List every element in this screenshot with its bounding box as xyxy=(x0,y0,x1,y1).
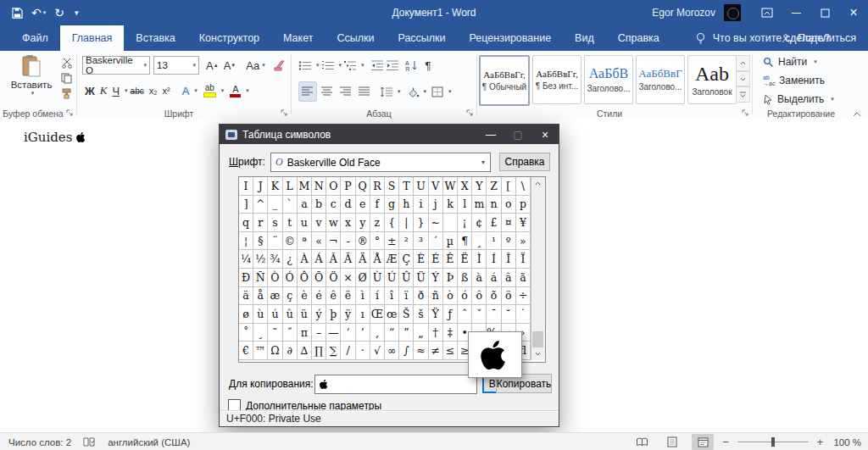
font-color-button[interactable]: А xyxy=(227,81,243,100)
char-cell[interactable]: ç xyxy=(283,287,298,306)
char-cell[interactable]: M xyxy=(298,177,312,196)
char-cell[interactable]: Ü xyxy=(414,269,428,287)
char-cell[interactable]: õ xyxy=(487,287,501,306)
grow-font-button[interactable]: А▲ xyxy=(203,56,221,75)
char-cell[interactable]: å xyxy=(253,287,268,306)
copy-chars-field[interactable] xyxy=(314,375,477,394)
char-cell[interactable]: q xyxy=(239,214,253,232)
char-cell[interactable]: ` xyxy=(283,196,298,214)
char-cell[interactable]: ø xyxy=(239,305,253,324)
underline-button[interactable]: Ч xyxy=(109,81,122,100)
char-cell[interactable]: ½ xyxy=(253,250,268,269)
char-cell[interactable]: ≠ xyxy=(429,342,443,360)
char-cell[interactable]: Ñ xyxy=(253,269,268,287)
char-cell[interactable]: ´ xyxy=(429,232,443,251)
increase-indent-icon[interactable] xyxy=(386,60,399,71)
customize-qat-icon[interactable]: ▾ xyxy=(75,8,79,17)
char-cell[interactable]: ß xyxy=(458,269,472,287)
char-cell[interactable]: é xyxy=(312,287,326,306)
strikethrough-button[interactable]: abc xyxy=(128,81,147,100)
char-cell[interactable]: Å xyxy=(370,250,385,269)
char-cell[interactable]: ° xyxy=(370,232,385,251)
char-cell[interactable]: b xyxy=(312,196,326,214)
char-cell[interactable]: Û xyxy=(399,269,414,287)
char-cell[interactable]: W xyxy=(443,177,458,196)
char-cell[interactable]: ³ xyxy=(414,232,428,251)
char-cell[interactable]: Þ xyxy=(443,269,458,287)
char-cell[interactable]: ú xyxy=(268,305,282,324)
paste-button[interactable]: Вставить ▾ xyxy=(7,54,56,107)
char-cell[interactable]: y xyxy=(356,214,370,232)
char-cell[interactable]: ∂ xyxy=(283,342,298,360)
char-cell[interactable]: T xyxy=(399,177,414,196)
char-cell[interactable]: Ô xyxy=(298,269,312,287)
char-cell[interactable]: U xyxy=(414,177,428,196)
char-cell[interactable]: ™ xyxy=(253,342,268,360)
char-cell[interactable]: ¦ xyxy=(239,232,253,251)
minimize-button[interactable] xyxy=(782,0,810,25)
char-cell[interactable]: ó xyxy=(458,287,472,306)
char-cell[interactable]: K xyxy=(268,177,282,196)
char-cell[interactable]: ë xyxy=(341,287,355,306)
char-cell[interactable]: ˚ xyxy=(239,324,253,342)
decrease-indent-icon[interactable] xyxy=(370,60,384,71)
close-button[interactable]: × xyxy=(839,0,868,25)
char-cell[interactable]: Ù xyxy=(370,269,385,287)
char-cell[interactable]: ≤ xyxy=(443,342,458,360)
style-scroll-down-icon[interactable] xyxy=(736,71,750,87)
superscript-button[interactable]: x² xyxy=(159,81,172,100)
char-cell[interactable]: u xyxy=(298,214,312,232)
char-cell[interactable]: ù xyxy=(253,305,268,324)
bullet-list-icon[interactable] xyxy=(298,60,312,71)
char-cell[interactable]: ¹ xyxy=(487,232,501,251)
char-cell[interactable]: f xyxy=(370,196,385,214)
char-cell[interactable]: ò xyxy=(443,287,458,306)
char-cell[interactable]: ¸ xyxy=(472,232,487,251)
char-cell[interactable]: Á xyxy=(312,250,326,269)
char-cell[interactable]: » xyxy=(516,232,531,251)
char-cell[interactable]: c xyxy=(326,196,341,214)
text-effects-button[interactable]: А xyxy=(180,81,192,100)
char-cell[interactable]: ˆ xyxy=(458,305,472,324)
char-cell[interactable]: Î xyxy=(502,250,516,269)
char-cell[interactable]: Q xyxy=(356,177,370,196)
numbered-list-icon[interactable] xyxy=(321,60,335,71)
maximize-button[interactable] xyxy=(810,0,839,25)
char-cell[interactable]: Ä xyxy=(356,250,370,269)
char-cell[interactable]: ˘ xyxy=(502,305,516,324)
font-name-combobox[interactable]: Baskerville O▾ xyxy=(82,56,150,75)
read-mode-icon[interactable] xyxy=(631,434,653,450)
dialog-minimize-button[interactable]: — xyxy=(477,125,504,144)
tab-8[interactable]: Вид xyxy=(563,25,606,51)
web-layout-icon[interactable] xyxy=(692,434,714,450)
tab-5[interactable]: Ссылки xyxy=(325,25,386,51)
char-cell[interactable]: ^ xyxy=(253,196,268,214)
char-cell[interactable]: Ÿ xyxy=(429,305,443,324)
char-cell[interactable]: È xyxy=(414,250,428,269)
char-cell[interactable]: [ xyxy=(502,177,516,196)
char-cell[interactable]: Ì xyxy=(472,250,487,269)
char-cell[interactable]: Ê xyxy=(443,250,458,269)
dialog-font-combobox[interactable]: O Baskerville Old Face ▾ xyxy=(270,153,491,172)
char-cell[interactable]: á xyxy=(487,269,501,287)
char-cell[interactable]: ¯ xyxy=(487,305,501,324)
char-cell[interactable]: ã xyxy=(516,269,531,287)
char-cell[interactable]: a xyxy=(298,196,312,214)
char-cell[interactable]: ‘ xyxy=(341,324,355,342)
dialog-close-button[interactable]: × xyxy=(531,125,559,144)
char-cell[interactable]: í xyxy=(370,287,385,306)
char-cell[interactable]: _ xyxy=(268,196,282,214)
char-cell[interactable]: ÿ xyxy=(341,305,355,324)
zoom-level[interactable]: 100 % xyxy=(833,437,861,447)
char-cell[interactable]: ê xyxy=(326,287,341,306)
tab-7[interactable]: Рецензирование xyxy=(458,25,564,51)
char-cell[interactable]: h xyxy=(399,196,414,214)
avatar[interactable] xyxy=(724,4,741,21)
char-cell[interactable]: ’ xyxy=(356,324,370,342)
char-cell[interactable]: â xyxy=(502,269,516,287)
word-count[interactable]: Число слов: 2 xyxy=(8,437,71,447)
show-paragraph-marks-button[interactable]: ¶ xyxy=(423,56,434,75)
char-cell[interactable]: o xyxy=(502,196,516,214)
char-cell[interactable]: ² xyxy=(399,232,414,251)
borders-icon[interactable] xyxy=(431,86,444,97)
